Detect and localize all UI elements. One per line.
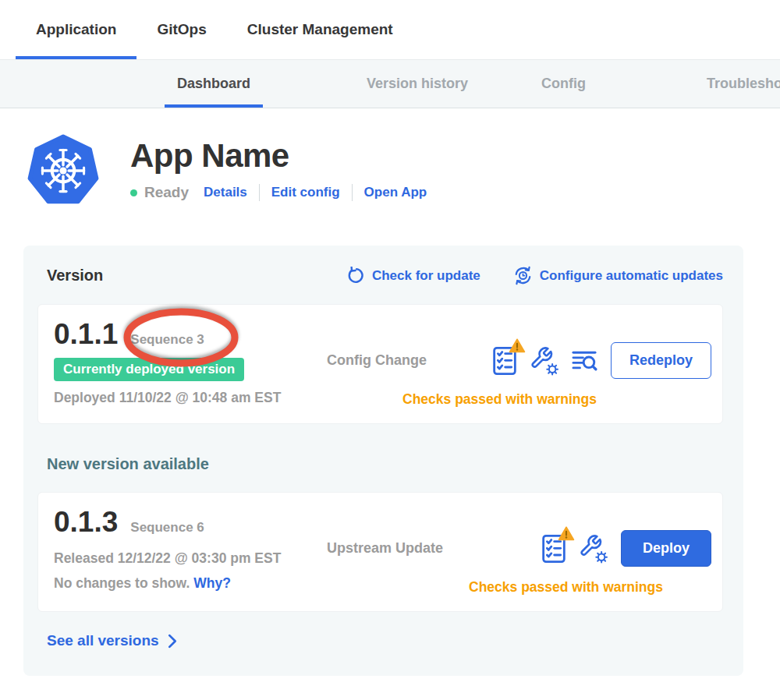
current-version-sequence: Sequence 3 — [130, 332, 204, 348]
ready-status-dot — [130, 189, 137, 196]
app-status-text: Ready — [144, 184, 189, 201]
preflight-checks-icon[interactable] — [492, 345, 517, 377]
divider — [259, 184, 260, 201]
no-changes-text: No changes to show. — [54, 575, 190, 591]
currently-deployed-badge: Currently deployed version — [54, 358, 244, 381]
check-for-update-button[interactable]: Check for update — [347, 267, 480, 285]
see-all-versions-link[interactable]: See all versions — [47, 632, 178, 649]
edit-config-link[interactable]: Edit config — [271, 185, 340, 200]
chevron-right-icon — [168, 634, 178, 649]
details-link[interactable]: Details — [204, 185, 247, 200]
current-version-info: 0.1.1 Sequence 3 Currently deployed vers… — [54, 319, 288, 408]
tab-version-history[interactable]: Version history — [354, 60, 480, 108]
version-heading: Version — [47, 267, 103, 285]
current-version-number: 0.1.1 — [54, 319, 118, 350]
app-nav: Application GitOps Cluster Management — [0, 0, 780, 60]
version-panel: Version Check for update Configure — [23, 246, 743, 676]
page-nav: Dashboard Version history Config Trouble… — [0, 60, 780, 108]
version-panel-header: Version Check for update Configure — [37, 266, 723, 285]
available-version-number: 0.1.3 — [54, 507, 118, 538]
page-title: App Name — [130, 140, 427, 172]
available-version-icons — [541, 533, 608, 564]
checks-status-text: Checks passed with warnings — [288, 579, 711, 596]
redeploy-button[interactable]: Redeploy — [611, 342, 711, 379]
auto-update-icon — [513, 266, 533, 285]
configure-automatic-updates-button[interactable]: Configure automatic updates — [513, 266, 723, 285]
divider — [352, 184, 353, 201]
available-version-sequence: Sequence 6 — [130, 520, 204, 536]
tab-cluster-management[interactable]: Cluster Management — [227, 0, 413, 59]
current-version-card: 0.1.1 Sequence 3 Currently deployed vers… — [37, 304, 723, 424]
version-source-label: Config Change — [327, 352, 427, 369]
deployed-timestamp: Deployed 11/10/22 @ 10:48 am EST — [54, 390, 288, 406]
current-version-icons — [492, 345, 598, 377]
refresh-icon — [347, 267, 365, 285]
see-all-versions-label: See all versions — [47, 632, 159, 649]
version-source-label: Upstream Update — [327, 540, 443, 557]
tab-application[interactable]: Application — [16, 0, 136, 59]
why-link[interactable]: Why? — [193, 575, 231, 591]
check-for-update-label: Check for update — [372, 268, 480, 284]
tab-dashboard[interactable]: Dashboard — [165, 60, 263, 108]
version-actions: Check for update Configure automatic upd… — [347, 266, 723, 285]
app-status-row: Ready Details Edit config Open App — [130, 184, 427, 201]
view-diff-icon[interactable] — [572, 349, 598, 372]
checks-status-text: Checks passed with warnings — [288, 391, 711, 408]
available-version-info: 0.1.3 Sequence 6 Released 12/12/22 @ 03:… — [54, 507, 288, 596]
tab-gitops[interactable]: GitOps — [136, 0, 226, 59]
released-timestamp: Released 12/12/22 @ 03:30 pm EST — [54, 550, 288, 567]
warning-triangle-icon — [558, 526, 575, 541]
preflight-checks-icon[interactable] — [541, 533, 566, 564]
tab-config[interactable]: Config — [529, 60, 598, 108]
kubernetes-logo — [27, 133, 99, 207]
warning-triangle-icon — [509, 338, 526, 353]
no-changes-row: No changes to show. Why? — [54, 575, 288, 592]
config-wrench-icon[interactable] — [530, 346, 559, 376]
deploy-button[interactable]: Deploy — [621, 530, 711, 567]
app-header: App Name Ready Details Edit config Open … — [27, 133, 780, 207]
available-version-card: 0.1.3 Sequence 6 Released 12/12/22 @ 03:… — [37, 492, 723, 612]
new-version-heading: New version available — [47, 455, 723, 473]
open-app-link[interactable]: Open App — [364, 185, 427, 200]
config-wrench-icon[interactable] — [579, 534, 608, 564]
configure-automatic-updates-label: Configure automatic updates — [540, 268, 723, 284]
tab-troubleshoot[interactable]: Troubleshoot — [694, 60, 780, 108]
